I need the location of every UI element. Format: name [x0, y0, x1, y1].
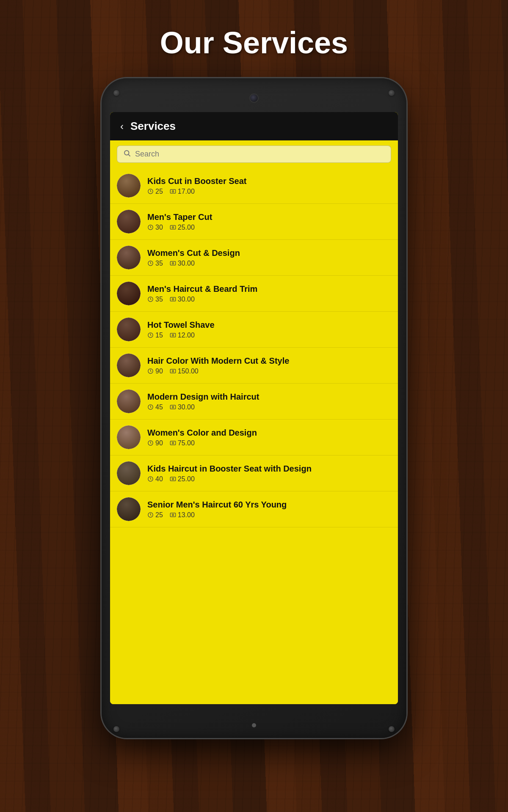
- service-name: Hair Color With Modern Cut & Style: [147, 356, 391, 366]
- back-button[interactable]: ‹: [120, 121, 124, 132]
- price-icon: [170, 404, 176, 410]
- service-avatar: [117, 210, 141, 233]
- duration-value: 35: [155, 260, 163, 267]
- service-name: Senior Men's Haircut 60 Yrs Young: [147, 500, 391, 510]
- price-value: 17.00: [178, 188, 195, 195]
- price-icon: [170, 224, 176, 230]
- service-meta: 15 12.00: [147, 332, 391, 339]
- search-icon: [123, 149, 131, 159]
- avatar-image: [117, 461, 141, 485]
- service-avatar: [117, 246, 141, 269]
- svg-rect-18: [170, 369, 176, 373]
- avatar-image: [117, 246, 141, 269]
- svg-point-7: [172, 227, 174, 228]
- service-item[interactable]: Kids Cut in Booster Seat 25 17.00: [110, 168, 398, 204]
- page-title: Our Services: [0, 25, 508, 60]
- service-meta: 90 75.00: [147, 439, 391, 447]
- duration-value: 25: [155, 511, 163, 519]
- service-avatar: [117, 354, 141, 377]
- search-bar: [110, 140, 398, 168]
- duration-meta: 25: [147, 511, 163, 519]
- search-input-wrapper[interactable]: [117, 145, 391, 163]
- service-info: Senior Men's Haircut 60 Yrs Young 25 13.…: [147, 500, 391, 519]
- price-value: 150.00: [178, 368, 199, 375]
- clock-icon: [147, 404, 154, 410]
- service-name: Women's Cut & Design: [147, 248, 391, 258]
- clock-icon: [147, 332, 154, 338]
- duration-value: 45: [155, 403, 163, 411]
- price-meta: 30.00: [170, 260, 195, 267]
- price-meta: 150.00: [170, 368, 199, 375]
- service-meta: 30 25.00: [147, 224, 391, 231]
- duration-value: 25: [155, 188, 163, 195]
- price-meta: 25.00: [170, 224, 195, 231]
- service-item[interactable]: Women's Cut & Design 35 30.00: [110, 240, 398, 276]
- svg-rect-30: [170, 513, 176, 517]
- avatar-image: [117, 174, 141, 198]
- service-info: Kids Cut in Booster Seat 25 17.00: [147, 176, 391, 195]
- tablet-home-button[interactable]: [252, 723, 256, 727]
- service-item[interactable]: Women's Color and Design 90 75.00: [110, 420, 398, 455]
- clock-icon: [147, 368, 154, 374]
- service-item[interactable]: Modern Design with Haircut 45 30.00: [110, 384, 398, 420]
- price-meta: 75.00: [170, 439, 195, 447]
- clock-icon: [147, 224, 154, 230]
- service-info: Women's Color and Design 90 75.00: [147, 428, 391, 447]
- service-item[interactable]: Men's Haircut & Beard Trim 35 30.00: [110, 276, 398, 312]
- search-input[interactable]: [135, 150, 385, 159]
- service-avatar: [117, 425, 141, 449]
- service-item[interactable]: Hot Towel Shave 15 12.00: [110, 312, 398, 348]
- avatar-image: [117, 390, 141, 413]
- duration-value: 35: [155, 296, 163, 303]
- service-meta: 40 25.00: [147, 475, 391, 483]
- duration-meta: 90: [147, 439, 163, 447]
- price-icon: [170, 476, 176, 482]
- clock-icon: [147, 476, 154, 482]
- price-icon: [170, 260, 176, 266]
- svg-point-19: [172, 370, 174, 372]
- duration-meta: 40: [147, 475, 163, 483]
- svg-point-0: [124, 151, 129, 155]
- price-icon: [170, 512, 176, 518]
- svg-rect-15: [170, 333, 176, 337]
- avatar-image: [117, 210, 141, 233]
- price-icon: [170, 188, 176, 195]
- price-value: 25.00: [178, 475, 195, 483]
- clock-icon: [147, 440, 154, 446]
- price-icon: [170, 440, 176, 446]
- service-info: Men's Haircut & Beard Trim 35 30.00: [147, 284, 391, 303]
- service-item[interactable]: Kids Haircut in Booster Seat with Design…: [110, 455, 398, 491]
- service-item[interactable]: Senior Men's Haircut 60 Yrs Young 25 13.…: [110, 491, 398, 527]
- duration-meta: 30: [147, 224, 163, 231]
- svg-rect-21: [170, 405, 176, 409]
- svg-point-31: [172, 514, 174, 516]
- avatar-image: [117, 282, 141, 305]
- service-item[interactable]: Hair Color With Modern Cut & Style 90 15…: [110, 348, 398, 384]
- avatar-image: [117, 318, 141, 341]
- duration-value: 30: [155, 224, 163, 231]
- svg-point-22: [172, 406, 174, 408]
- price-value: 30.00: [178, 260, 195, 267]
- duration-meta: 90: [147, 368, 163, 375]
- price-meta: 30.00: [170, 403, 195, 411]
- price-meta: 13.00: [170, 511, 195, 519]
- service-meta: 25 13.00: [147, 511, 391, 519]
- svg-point-16: [172, 335, 174, 336]
- avatar-image: [117, 497, 141, 521]
- service-info: Hot Towel Shave 15 12.00: [147, 320, 391, 339]
- duration-meta: 25: [147, 188, 163, 195]
- svg-rect-12: [170, 297, 176, 301]
- service-meta: 35 30.00: [147, 296, 391, 303]
- avatar-image: [117, 354, 141, 377]
- service-info: Men's Taper Cut 30 25.00: [147, 212, 391, 231]
- service-item[interactable]: Men's Taper Cut 30 25.00: [110, 204, 398, 240]
- service-avatar: [117, 390, 141, 413]
- duration-meta: 35: [147, 296, 163, 303]
- svg-point-4: [172, 191, 174, 192]
- service-name: Kids Haircut in Booster Seat with Design: [147, 464, 391, 474]
- price-value: 75.00: [178, 439, 195, 447]
- duration-meta: 45: [147, 403, 163, 411]
- price-value: 12.00: [178, 332, 195, 339]
- price-meta: 30.00: [170, 296, 195, 303]
- clock-icon: [147, 188, 154, 195]
